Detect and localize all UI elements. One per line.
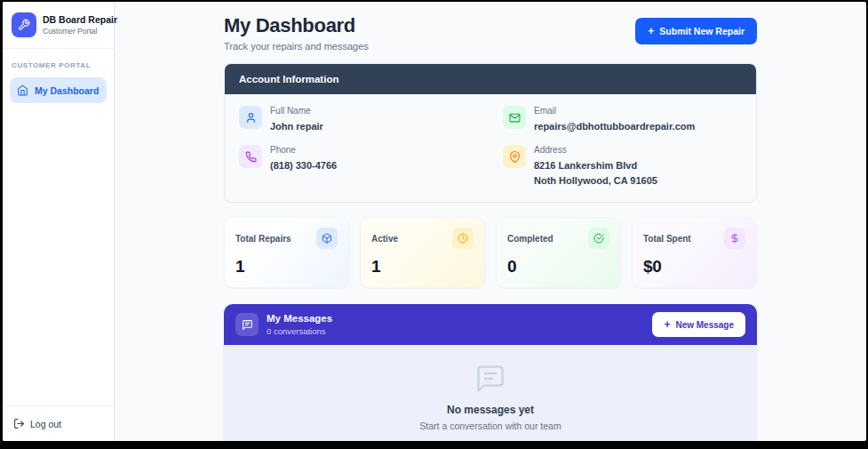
check-circle-icon [588, 228, 609, 249]
field-label: Email [534, 106, 695, 116]
empty-message-square-icon [474, 363, 506, 395]
page-title: My Dashboard [224, 14, 369, 37]
field-label: Full Name [270, 106, 323, 116]
account-card-body: Full Name John repair Email repairs@dbho… [225, 94, 756, 202]
messages-conversation-count: 0 conversations [267, 326, 332, 336]
empty-state-title: No messages yet [447, 404, 534, 416]
clock-icon [452, 228, 474, 249]
sidebar: DB Board Repair Customer Portal CUSTOMER… [3, 2, 115, 441]
package-icon [316, 228, 338, 249]
app-window: DB Board Repair Customer Portal CUSTOMER… [3, 2, 866, 441]
stat-card-completed: Completed 0 [496, 217, 621, 288]
submit-new-repair-label: Submit New Repair [659, 26, 745, 36]
field-email: Email repairs@dbhottubboardrepair.com [503, 106, 742, 134]
stat-card-active: Active 1 [360, 217, 485, 288]
wrench-logo-icon [12, 12, 36, 37]
sidebar-nav: CUSTOMER PORTAL My Dashboard [3, 49, 114, 116]
brand: DB Board Repair Customer Portal [3, 2, 114, 49]
phone-icon [239, 145, 262, 168]
screenshot-frame: DB Board Repair Customer Portal CUSTOMER… [0, 0, 868, 449]
stat-label: Completed [507, 234, 553, 244]
brand-title: DB Board Repair [43, 14, 117, 26]
messages-title: My Messages [267, 313, 332, 324]
logout-icon [13, 418, 25, 429]
field-value: John repair [270, 119, 323, 134]
page-header-text: My Dashboard Track your repairs and mess… [224, 14, 369, 52]
logout-label: Log out [30, 419, 61, 429]
messages-empty-state: No messages yet Start a conversation wit… [224, 345, 757, 441]
empty-state-subtitle: Start a conversation with our team [419, 421, 561, 431]
field-label: Address [534, 145, 657, 155]
field-value-line1: 8216 Lankershim Blvd [534, 158, 657, 173]
field-value-line2: Noth Hollywood, CA 91605 [534, 173, 657, 188]
map-pin-icon [503, 145, 526, 168]
dollar-icon [724, 228, 745, 249]
user-icon [239, 106, 262, 129]
stat-value: 1 [235, 257, 338, 277]
page-subtitle: Track your repairs and messages [224, 41, 369, 52]
message-square-icon [235, 313, 259, 336]
logout-button[interactable]: Log out [13, 418, 103, 429]
sidebar-item-label: My Dashboard [35, 85, 99, 96]
new-message-header-button[interactable]: + New Message [652, 312, 745, 337]
nav-section-label: CUSTOMER PORTAL [12, 61, 105, 69]
plus-icon: + [648, 26, 654, 36]
mail-icon [503, 106, 526, 129]
stat-label: Active [371, 234, 398, 244]
stats-row: Total Repairs 1 Active 1 [224, 217, 757, 288]
sidebar-item-my-dashboard[interactable]: My Dashboard [10, 77, 107, 103]
brand-text: DB Board Repair Customer Portal [43, 14, 117, 36]
sidebar-footer: Log out [3, 405, 114, 441]
stat-value: 0 [507, 257, 609, 277]
page-header: My Dashboard Track your repairs and mess… [224, 14, 757, 52]
field-phone: Phone (818) 330-4766 [239, 145, 478, 188]
new-message-header-label: New Message [675, 320, 734, 330]
field-full-name: Full Name John repair [239, 106, 478, 134]
field-label: Phone [270, 145, 337, 155]
stat-label: Total Spent [643, 234, 691, 244]
field-address: Address 8216 Lankershim Blvd Noth Hollyw… [503, 145, 742, 188]
stat-value: 1 [371, 257, 474, 277]
home-icon [17, 84, 28, 96]
plus-icon: + [664, 319, 670, 330]
brand-subtitle: Customer Portal [43, 27, 117, 36]
field-value: repairs@dbhottubboardrepair.com [534, 119, 695, 134]
stat-value: $0 [643, 257, 745, 277]
messages-header: My Messages 0 conversations + New Messag… [224, 304, 757, 345]
account-information-card: Account Information Full Name John repai… [224, 63, 757, 203]
stat-card-total-repairs: Total Repairs 1 [224, 217, 349, 288]
account-card-title: Account Information [225, 64, 756, 94]
my-messages-card: My Messages 0 conversations + New Messag… [224, 304, 757, 441]
field-value: (818) 330-4766 [270, 158, 337, 173]
stat-label: Total Repairs [235, 234, 291, 244]
stat-card-total-spent: Total Spent $0 [632, 217, 757, 288]
submit-new-repair-button[interactable]: + Submit New Repair [635, 18, 757, 44]
main-content: My Dashboard Track your repairs and mess… [115, 2, 866, 441]
